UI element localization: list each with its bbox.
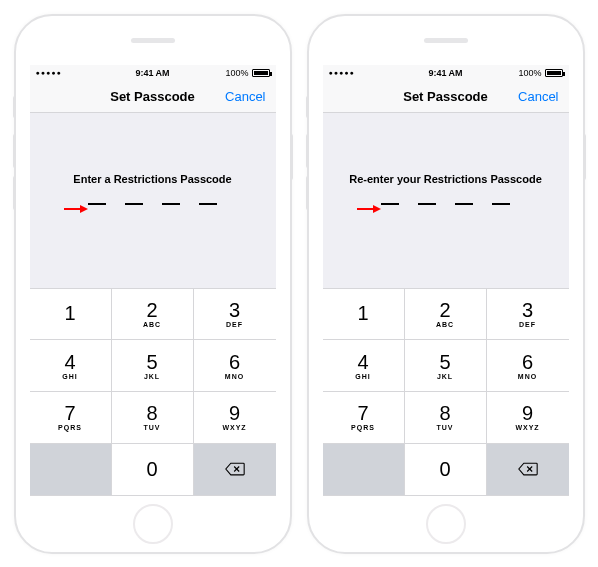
passcode-dashes xyxy=(88,203,217,205)
key-digit: 5 xyxy=(146,352,157,372)
power-button xyxy=(583,134,586,180)
key-letters: DEF xyxy=(519,321,536,328)
svg-marker-1 xyxy=(80,205,88,213)
key-delete[interactable] xyxy=(487,444,569,496)
numeric-keypad: 1 2ABC 3DEF 4GHI 5JKL 6MNO 7PQRS 8TUV 9W… xyxy=(30,288,276,496)
key-digit: 4 xyxy=(357,352,368,372)
passcode-prompt: Re-enter your Restrictions Passcode xyxy=(349,173,542,185)
passcode-dash xyxy=(162,203,180,205)
key-8[interactable]: 8TUV xyxy=(112,392,194,444)
passcode-dash xyxy=(88,203,106,205)
home-button[interactable] xyxy=(133,504,173,544)
speaker-slot xyxy=(424,38,468,43)
key-letters: TUV xyxy=(437,424,454,431)
key-5[interactable]: 5JKL xyxy=(405,340,487,392)
cancel-button[interactable]: Cancel xyxy=(518,89,558,104)
passcode-dash xyxy=(455,203,473,205)
battery-icon xyxy=(545,69,563,77)
key-letters: ABC xyxy=(143,321,161,328)
phone-frame: ●●●●● 9:41 AM 100% Set Passcode Cancel E… xyxy=(14,14,292,554)
key-digit: 2 xyxy=(439,300,450,320)
passcode-dash xyxy=(125,203,143,205)
passcode-dash xyxy=(199,203,217,205)
status-bar: ●●●●● 9:41 AM 100% xyxy=(323,65,569,81)
key-0[interactable]: 0 xyxy=(112,444,194,496)
nav-bar: Set Passcode Cancel xyxy=(323,81,569,113)
home-button[interactable] xyxy=(426,504,466,544)
key-digit: 7 xyxy=(64,403,75,423)
key-empty xyxy=(323,444,405,496)
key-digit: 4 xyxy=(64,352,75,372)
key-letters: WXYZ xyxy=(222,424,246,431)
key-digit: 0 xyxy=(439,459,450,479)
key-digit: 3 xyxy=(522,300,533,320)
key-6[interactable]: 6MNO xyxy=(487,340,569,392)
status-time: 9:41 AM xyxy=(428,68,462,78)
key-digit: 6 xyxy=(522,352,533,372)
key-2[interactable]: 2ABC xyxy=(112,289,194,341)
numeric-keypad: 1 2ABC 3DEF 4GHI 5JKL 6MNO 7PQRS 8TUV 9W… xyxy=(323,288,569,496)
key-4[interactable]: 4GHI xyxy=(323,340,405,392)
key-6[interactable]: 6MNO xyxy=(194,340,276,392)
key-7[interactable]: 7PQRS xyxy=(323,392,405,444)
screen: ●●●●● 9:41 AM 100% Set Passcode Cancel R… xyxy=(323,65,569,496)
key-letters: MNO xyxy=(225,373,244,380)
mute-switch xyxy=(13,96,16,118)
key-digit: 5 xyxy=(439,352,450,372)
key-digit: 6 xyxy=(229,352,240,372)
status-bar: ●●●●● 9:41 AM 100% xyxy=(30,65,276,81)
passcode-dashes xyxy=(381,203,510,205)
key-3[interactable]: 3DEF xyxy=(487,289,569,341)
battery-percent: 100% xyxy=(518,68,541,78)
backspace-icon xyxy=(225,462,245,476)
key-digit: 8 xyxy=(146,403,157,423)
nav-title: Set Passcode xyxy=(110,89,195,104)
speaker-slot xyxy=(131,38,175,43)
key-digit: 1 xyxy=(357,303,368,323)
key-4[interactable]: 4GHI xyxy=(30,340,112,392)
key-digit: 9 xyxy=(229,403,240,423)
key-digit: 7 xyxy=(357,403,368,423)
key-digit: 9 xyxy=(522,403,533,423)
key-letters: TUV xyxy=(144,424,161,431)
key-1[interactable]: 1 xyxy=(30,289,112,341)
key-digit: 1 xyxy=(64,303,75,323)
key-7[interactable]: 7PQRS xyxy=(30,392,112,444)
volume-down xyxy=(13,176,16,210)
passcode-dash xyxy=(492,203,510,205)
signal-dots-icon: ●●●●● xyxy=(36,69,62,76)
key-letters: JKL xyxy=(437,373,453,380)
screen: ●●●●● 9:41 AM 100% Set Passcode Cancel E… xyxy=(30,65,276,496)
key-0[interactable]: 0 xyxy=(405,444,487,496)
key-9[interactable]: 9WXYZ xyxy=(487,392,569,444)
nav-title: Set Passcode xyxy=(403,89,488,104)
key-letters: DEF xyxy=(226,321,243,328)
passcode-dash xyxy=(381,203,399,205)
key-1[interactable]: 1 xyxy=(323,289,405,341)
battery-icon xyxy=(252,69,270,77)
battery-percent: 100% xyxy=(225,68,248,78)
annotation-arrow-icon xyxy=(64,204,88,214)
signal-dots-icon: ●●●●● xyxy=(329,69,355,76)
backspace-icon xyxy=(518,462,538,476)
key-letters: GHI xyxy=(62,373,77,380)
key-8[interactable]: 8TUV xyxy=(405,392,487,444)
status-time: 9:41 AM xyxy=(135,68,169,78)
key-3[interactable]: 3DEF xyxy=(194,289,276,341)
key-5[interactable]: 5JKL xyxy=(112,340,194,392)
cancel-button[interactable]: Cancel xyxy=(225,89,265,104)
key-digit: 2 xyxy=(146,300,157,320)
key-2[interactable]: 2ABC xyxy=(405,289,487,341)
key-delete[interactable] xyxy=(194,444,276,496)
key-letters: GHI xyxy=(355,373,370,380)
key-empty xyxy=(30,444,112,496)
volume-up xyxy=(13,134,16,168)
key-digit: 8 xyxy=(439,403,450,423)
phone-frame: ●●●●● 9:41 AM 100% Set Passcode Cancel R… xyxy=(307,14,585,554)
passcode-dash xyxy=(418,203,436,205)
key-letters: PQRS xyxy=(351,424,375,431)
volume-up xyxy=(306,134,309,168)
key-digit: 0 xyxy=(146,459,157,479)
key-9[interactable]: 9WXYZ xyxy=(194,392,276,444)
volume-down xyxy=(306,176,309,210)
